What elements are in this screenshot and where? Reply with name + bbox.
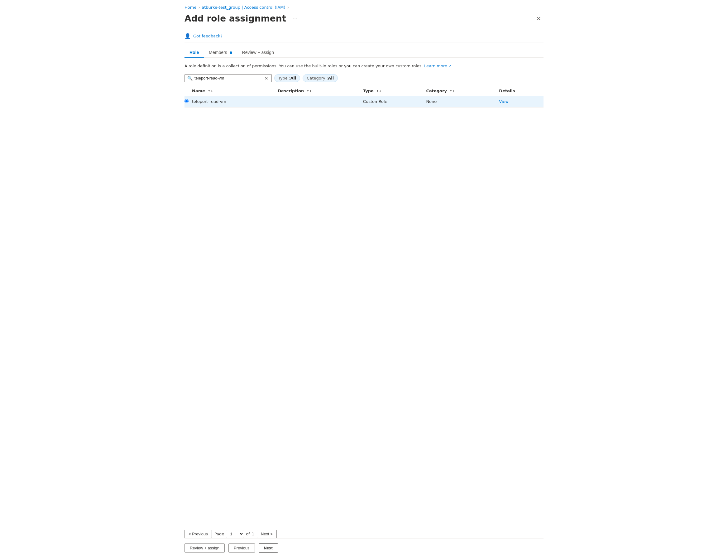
col-name-sort-icon: ↑↓ [208, 89, 213, 93]
row-category: None [426, 96, 499, 107]
row-type: CustomRole [363, 96, 426, 107]
breadcrumb: Home › atburke-test_group | Access contr… [185, 5, 543, 10]
table-header-row: Name ↑↓ Description ↑↓ Type ↑↓ Category … [185, 86, 543, 96]
type-filter-label: Type : [278, 76, 290, 80]
row-details[interactable]: View [499, 96, 543, 107]
row-name: teleport-read-vm [192, 96, 278, 107]
role-description: A role definition is a collection of per… [185, 63, 543, 69]
col-description-label: Description [278, 89, 304, 93]
col-type-sort-icon: ↑↓ [376, 89, 381, 93]
page-container: Home › atburke-test_group | Access contr… [177, 0, 551, 560]
search-input[interactable] [195, 76, 264, 80]
search-clear-button[interactable]: ✕ [264, 76, 269, 81]
learn-more-label: Learn more [424, 64, 447, 68]
learn-more-link[interactable]: Learn more ↗ [424, 64, 451, 68]
members-badge [230, 51, 232, 54]
roles-table: Name ↑↓ Description ↑↓ Type ↑↓ Category … [185, 86, 543, 108]
feedback-bar[interactable]: 👤 Got feedback? [185, 30, 543, 42]
col-name[interactable]: Name ↑↓ [192, 86, 278, 96]
view-link[interactable]: View [499, 99, 509, 104]
description-text: A role definition is a collection of per… [185, 64, 423, 68]
col-name-label: Name [192, 89, 205, 93]
tab-review-assign[interactable]: Review + assign [237, 47, 279, 57]
bottom-bar: Review + assign Previous Next [185, 538, 543, 555]
page-title: Add role assignment [185, 13, 286, 24]
col-details: Details [499, 86, 543, 96]
more-button[interactable]: ··· [290, 14, 300, 23]
page-header: Add role assignment ··· ✕ [185, 13, 543, 24]
search-icon: 🔍 [187, 76, 193, 81]
next-page-button[interactable]: Next > [257, 530, 277, 538]
next-button[interactable]: Next [259, 543, 278, 553]
feedback-label: Got feedback? [193, 34, 223, 38]
breadcrumb-sep-2: › [287, 5, 289, 10]
review-assign-button[interactable]: Review + assign [185, 543, 225, 553]
page-select[interactable]: 1 [226, 530, 244, 538]
of-text: of [246, 532, 250, 536]
page-label: Page [215, 532, 224, 536]
roles-table-container: Name ↑↓ Description ↑↓ Type ↑↓ Category … [185, 86, 543, 525]
category-filter-pill[interactable]: Category : All [303, 74, 338, 82]
row-radio[interactable] [185, 99, 189, 103]
col-radio [185, 86, 192, 96]
close-button[interactable]: ✕ [534, 14, 543, 23]
tabs-container: Role Members Review + assign [185, 47, 543, 58]
col-category[interactable]: Category ↑↓ [426, 86, 499, 96]
page-title-row: Add role assignment ··· [185, 13, 300, 24]
col-category-label: Category [426, 89, 446, 93]
tab-role[interactable]: Role [185, 47, 204, 58]
row-description [278, 96, 363, 107]
category-filter-value: All [328, 76, 334, 80]
search-filter-row: 🔍 ✕ Type : All Category : All [185, 74, 543, 82]
row-radio-cell[interactable] [185, 96, 192, 107]
tab-members-label: Members [209, 50, 227, 55]
col-category-sort-icon: ↑↓ [449, 89, 455, 93]
table-row[interactable]: teleport-read-vm CustomRole None View [185, 96, 543, 107]
prev-page-button[interactable]: < Previous [185, 530, 212, 538]
col-description-sort-icon: ↑↓ [307, 89, 312, 93]
previous-button[interactable]: Previous [229, 543, 255, 553]
breadcrumb-home[interactable]: Home [185, 5, 196, 10]
page-select-container: Page 1 of 1 [215, 530, 254, 538]
col-details-label: Details [499, 89, 515, 93]
pagination: < Previous Page 1 of 1 Next > [185, 530, 543, 538]
tab-members[interactable]: Members [204, 47, 237, 57]
breadcrumb-iam[interactable]: atburke-test_group | Access control (IAM… [202, 5, 285, 10]
breadcrumb-sep-1: › [198, 5, 200, 10]
category-filter-label: Category : [307, 76, 328, 80]
search-box: 🔍 ✕ [185, 74, 272, 82]
total-pages: 1 [252, 532, 254, 536]
feedback-icon: 👤 [185, 33, 191, 39]
type-filter-value: All [290, 76, 296, 80]
type-filter-pill[interactable]: Type : All [274, 74, 300, 82]
col-type-label: Type [363, 89, 373, 93]
col-type[interactable]: Type ↑↓ [363, 86, 426, 96]
external-link-icon: ↗ [448, 64, 451, 68]
col-description[interactable]: Description ↑↓ [278, 86, 363, 96]
